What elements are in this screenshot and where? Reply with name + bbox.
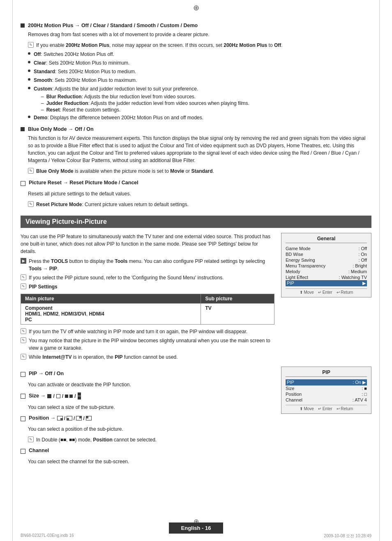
- pos-icon-2: [67, 416, 72, 420]
- pip-note2: ✎ If you select the PIP picture sound, r…: [21, 274, 274, 281]
- checkbox-icon: [21, 416, 25, 421]
- pip-row-channel: Channel: ATV 4: [286, 397, 367, 403]
- pip-onoff-title: PIP → Off / On: [29, 371, 64, 376]
- note-200hz: ✎ If you enable 200Hz Motion Plus, noise…: [28, 42, 371, 49]
- settings-row-pip: PIP▶: [286, 280, 367, 286]
- settings-row-bd: BD Wise: On: [286, 251, 367, 257]
- section-blue-body: This function is for AV device measureme…: [28, 135, 371, 164]
- pip-position-note-text: In Double (■■, ■■) mode, Position cannot…: [36, 436, 157, 443]
- settings-row-light: Light Effect: Watching TV: [286, 274, 367, 280]
- pip-channel-header: Channel: [21, 448, 274, 454]
- pip-after-note2-text: You may notice that the picture in the P…: [29, 337, 274, 352]
- section-200hz: 200Hz Motion Plus → Off / Clear / Standa…: [21, 23, 371, 28]
- bottom-meta: BN68-02327L-03Eng.indb 16 2009-10-08 오전 …: [21, 533, 371, 539]
- dash-reset-text: Reset: Reset the custom settings.: [46, 107, 121, 113]
- pip-box-footer: ⬆ Move ↵ Enter ↩ Return: [286, 405, 367, 411]
- general-settings-title: General: [286, 236, 367, 243]
- settings-row-game: Game Mode: Off: [286, 246, 367, 251]
- pip-after-note3: ✎ While Internet@TV is in operation, the…: [21, 353, 274, 361]
- note-icon: ✎: [21, 274, 26, 280]
- size-icon-2: [56, 394, 60, 398]
- dash-reset: – Reset: Reset the custom settings.: [41, 107, 371, 113]
- pip-main-picture: Component HDMI1, HDMI2, HDMI3/DVI, HDMI4…: [21, 304, 201, 325]
- size-icon-3b: [69, 395, 73, 398]
- bullet-off: Off: Switches 200Hz Motion Plus off.: [28, 51, 371, 58]
- bullet-clear: Clear: Sets 200Hz Motion Plus to minimum…: [28, 59, 371, 67]
- bullet-standard: Standard: Sets 200Hz Motion Plus to medi…: [28, 68, 371, 75]
- pip-note2-text: If you select the PIP picture sound, ref…: [29, 274, 224, 281]
- note-icon: ✎: [21, 283, 26, 289]
- pip-size-header: Size → / / /: [21, 392, 274, 399]
- margin-left: [12, 0, 13, 541]
- settings-row-melody: Melody: Medium: [286, 269, 367, 274]
- section-blue-title: Blue Only Mode → Off / On: [28, 126, 94, 132]
- pip-onoff-main: PIP → Off / On You can activate or deact…: [21, 367, 274, 469]
- pos-icon-4: [86, 416, 92, 420]
- footer-text: English - 16: [169, 522, 224, 534]
- position-icons: / / /: [57, 416, 92, 421]
- pip-channel-title: Channel: [29, 448, 49, 453]
- bullet-off-text: Off: Switches 200Hz Motion Plus off.: [34, 51, 114, 58]
- bullet-custom-text: Custom: Adjusts the blur and judder redu…: [34, 85, 198, 93]
- pip-section-header: Viewing Picture-in-Picture: [21, 216, 371, 228]
- pip-row-pip: PIP: On ▶: [286, 379, 367, 385]
- dot: [28, 70, 30, 72]
- pip-note1-text: Press the TOOLS button to display the To…: [29, 258, 274, 272]
- picture-reset-header: Picture Reset → Reset Picture Mode / Can…: [21, 180, 371, 186]
- meta-right: 2009-10-08 오전 10:28:49: [324, 533, 371, 539]
- bullet-smooth: Smooth: Sets 200Hz Motion Plus to maximu…: [28, 77, 371, 84]
- pip-col-side: General Game Mode: Off BD Wise: On Energ…: [281, 233, 371, 362]
- checkbox-icon: [21, 394, 25, 399]
- pip-col-sub-label: Sub picture: [201, 294, 274, 304]
- pos-icon-3: [76, 416, 82, 420]
- pip-table-row: Component HDMI1, HDMI2, HDMI3/DVI, HDMI4…: [21, 304, 274, 325]
- pip-onoff-section: PIP → Off / On You can activate or deact…: [21, 367, 371, 469]
- pip-after-note2: ✎ You may notice that the picture in the…: [21, 337, 274, 352]
- size-icons: / / /: [47, 392, 81, 399]
- pip-onoff-header: PIP → Off / On: [21, 371, 274, 377]
- page-container: ⊕ 200Hz Motion Plus → Off / Clear / Stan…: [0, 0, 392, 541]
- note-200hz-text: If you enable 200Hz Motion Plus, noise m…: [36, 42, 283, 49]
- bullet-custom: Custom: Adjusts the blur and judder redu…: [28, 85, 371, 93]
- main-content: 200Hz Motion Plus → Off / Clear / Standa…: [21, 23, 371, 469]
- section-200hz-body: Removes drag from fast scenes with a lot…: [28, 31, 371, 38]
- pip-size-title: Size → / / /: [29, 392, 81, 399]
- section-blue-only: Blue Only Mode → Off / On This function …: [21, 126, 371, 175]
- pip-settings-label: ✎ PIP Settings: [21, 283, 274, 290]
- dash-blur: – Blur Reduction: Adjusts the blur reduc…: [41, 94, 371, 100]
- pip-sub-picture: TV: [201, 304, 274, 325]
- bullet-square: [21, 127, 25, 131]
- note-icon: ✎: [28, 168, 34, 174]
- section-blue-header: Blue Only Mode → Off / On: [21, 126, 371, 132]
- general-settings-box: General Game Mode: Off BD Wise: On Energ…: [281, 233, 371, 297]
- bullet-clear-text: Clear: Sets 200Hz Motion Plus to minimum…: [34, 59, 129, 67]
- checkbox-icon: [21, 449, 25, 454]
- tools-icon: ▶: [21, 258, 26, 264]
- picture-reset-body: Resets all picture settings to the defau…: [28, 190, 371, 197]
- bullet-demo-text: Demo: Displays the difference between 20…: [34, 114, 203, 121]
- pip-row-position: Position: □: [286, 391, 367, 397]
- pip-note1: ▶ Press the TOOLS button to display the …: [21, 258, 274, 272]
- pip-box-title: PIP: [286, 369, 367, 377]
- pip-onoff-body: You can activate or deactivate the PIP f…: [28, 381, 274, 388]
- pos-icon-1: [57, 416, 63, 420]
- top-compass-icon: ⊕: [193, 3, 199, 12]
- size-icons-double1: [65, 395, 73, 398]
- pip-channel-body: You can select the channel for the sub-s…: [28, 458, 274, 465]
- pip-side-box: PIP PIP: On ▶ Size: ■ Position: □ Channe…: [281, 367, 371, 469]
- section-200hz-title: 200Hz Motion Plus → Off / Clear / Standa…: [28, 23, 198, 28]
- note-icon: ✎: [21, 354, 26, 360]
- note-picture-reset-text: Reset Picture Mode: Current picture valu…: [36, 201, 189, 208]
- settings-row-energy: Energy Saving: Off: [286, 257, 367, 263]
- pip-subsections: PIP → Off / On You can activate or deact…: [21, 367, 371, 469]
- bullet-square: [21, 23, 25, 28]
- size-icons-double2: [77, 392, 81, 399]
- note-blue: ✎ Blue Only Mode is available when the p…: [28, 167, 371, 175]
- pip-col-main: You can use the PIP feature to simultane…: [21, 233, 274, 362]
- size-icon-1: [47, 394, 51, 398]
- pip-after-note3-text: While Internet@TV is in operation, the P…: [29, 353, 178, 361]
- section-picture-reset: Picture Reset → Reset Picture Mode / Can…: [21, 180, 371, 208]
- bullet-smooth-text: Smooth: Sets 200Hz Motion Plus to maximu…: [34, 77, 137, 84]
- size-icon-3a: [65, 395, 68, 398]
- size-icon-4b: [78, 396, 81, 399]
